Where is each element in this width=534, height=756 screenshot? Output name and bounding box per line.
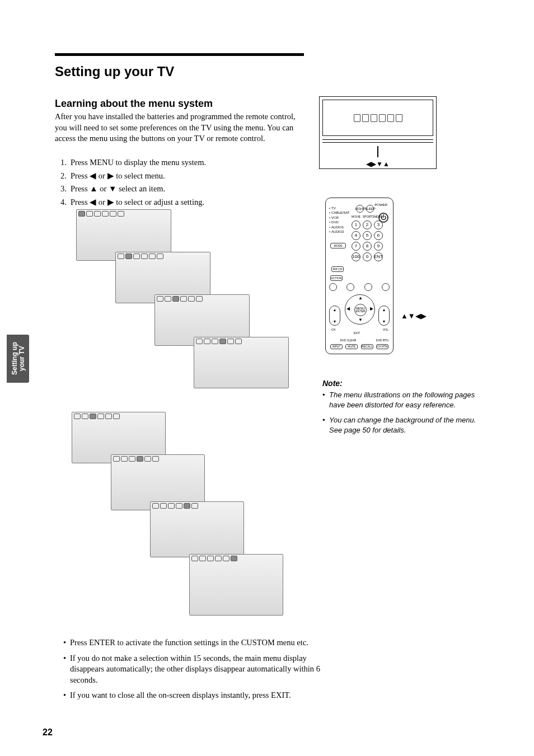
step-1-text: Press MENU to display the menu system.	[71, 158, 206, 167]
step-4-text: Press ◀ or ▶ to select or adjust a setti…	[71, 198, 204, 206]
step-2-text: Press ◀ or ▶ to select menu.	[71, 171, 165, 180]
ch-label: CH	[331, 328, 335, 332]
side-note-1: The menu illustrations on the following …	[322, 390, 479, 410]
nav-ring: MENU/ENTER ▲▼◀▶	[345, 294, 375, 325]
exit-label: EXIT	[354, 331, 360, 335]
light-button: LIGHT	[356, 205, 364, 213]
bottom-note-2: If you do not make a selection within 15…	[63, 653, 321, 686]
side-note-2: You can change the background of the men…	[322, 415, 479, 435]
number-pad: 123 456 789 1000ENT	[352, 220, 383, 261]
info-button	[346, 283, 354, 291]
side-notes: The menu illustrations on the following …	[322, 390, 479, 440]
bottom-note-3: If you want to close all the on-screen d…	[63, 690, 321, 701]
bottom-notes: Press ENTER to activate the function set…	[63, 637, 321, 706]
remote-illustration: POWER LIGHT SLEEP TV CABLE/SAT VCR DVD A…	[325, 198, 394, 354]
step-3-text: Press ▲ or ▼ select an item.	[71, 184, 165, 193]
ch-rocker: ▲▼	[329, 306, 340, 326]
side-tab-line2: your TV	[17, 346, 25, 372]
guide-button	[329, 283, 337, 291]
favorite-button	[364, 283, 372, 291]
bottom-button-row: INPUT MUTE RECALL CH RTN	[330, 344, 388, 349]
alpha-sort-button	[382, 283, 390, 291]
vol-rocker: ▲▼	[378, 306, 390, 326]
menu-enter-button: MENU/ENTER	[354, 304, 367, 316]
step-4: 4.Press ◀ or ▶ to select or adjust a set…	[60, 197, 301, 208]
action-button: ACTION	[330, 275, 343, 281]
subsection-heading: Learning about the menu system	[55, 97, 213, 110]
menu-cascade-figure-1	[76, 209, 306, 394]
mode-button: MODE	[330, 243, 346, 248]
remote-nav-glyphs: ▲▼◀▶	[401, 311, 427, 321]
intro-paragraph: After you have installed the batteries a…	[55, 111, 306, 144]
tv-illustration: ◀▶▼▲	[319, 96, 437, 169]
note-heading: Note:	[322, 378, 343, 389]
section-title: Setting up your TV	[55, 63, 174, 81]
bottom-note-1: Press ENTER to activate the function set…	[63, 637, 321, 649]
sleep-button: SLEEP	[366, 205, 374, 213]
side-tab-line1: Setting up	[10, 342, 18, 375]
step-1: 1.Press MENU to display the menu system.	[60, 157, 301, 168]
step-2: 2.Press ◀ or ▶ to select menu.	[60, 171, 301, 182]
side-tab: Setting upyour TV	[7, 335, 29, 383]
section-rule	[55, 53, 304, 56]
step-3: 3.Press ▲ or ▼ select an item.	[60, 184, 301, 195]
pip-ch-button: PIP CH	[331, 266, 344, 272]
page-number: 22	[43, 726, 53, 739]
mode-indicator-labels: TV CABLE/SAT VCR DVD AUDIO1 AUDIO2	[329, 206, 350, 234]
steps-list: 1.Press MENU to display the menu system.…	[60, 157, 301, 210]
vol-label: VOL	[383, 328, 388, 332]
menu-cascade-figure-2	[72, 412, 306, 629]
power-label: POWER	[374, 203, 387, 207]
tv-nav-glyphs: ◀▶▼▲	[320, 159, 436, 168]
tv-screen	[322, 100, 433, 136]
